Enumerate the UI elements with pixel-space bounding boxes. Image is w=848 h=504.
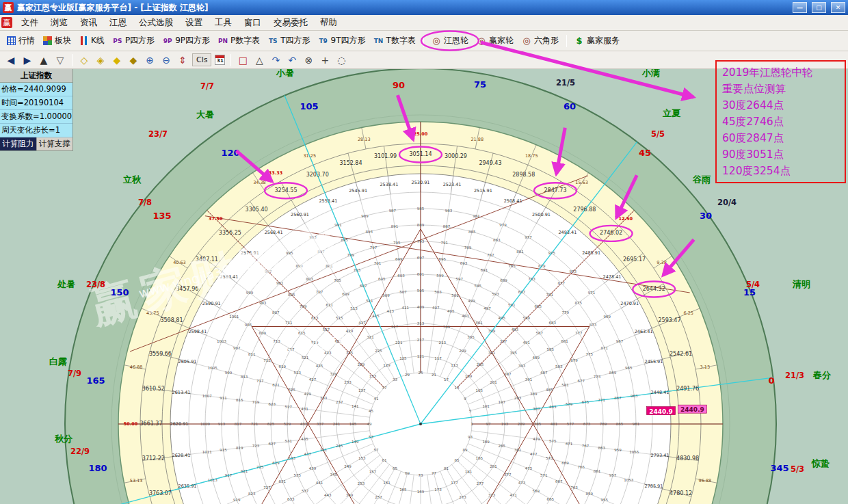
svg-text:877: 877 [558, 281, 566, 285]
svg-text:313: 313 [417, 321, 425, 326]
date-label: 7/8 [138, 198, 152, 207]
badge-icon-t9: T9 [319, 36, 328, 45]
svg-text:341: 341 [320, 448, 328, 452]
svg-text:1011: 1011 [202, 450, 212, 454]
svg-text:2898.58: 2898.58 [512, 172, 535, 178]
filter-icon[interactable]: ▽ [53, 53, 68, 67]
svg-text:689: 689 [500, 278, 507, 282]
svg-text:791: 791 [441, 241, 449, 245]
toolbar-button-kline[interactable]: K线 [75, 33, 109, 49]
svg-text:707: 707 [316, 290, 323, 294]
svg-text:393: 393 [518, 364, 526, 368]
toolbar-button-winner-service[interactable]: $赢家服务 [570, 33, 624, 49]
svg-text:25: 25 [419, 371, 423, 375]
svg-text:85: 85 [455, 458, 460, 462]
svg-text:285: 285 [499, 444, 506, 448]
calc-resistance-button[interactable]: 计算阻力 [0, 137, 36, 150]
toolbar-button-t-table[interactable]: TNT数字表 [370, 33, 420, 49]
svg-text:523: 523 [294, 371, 302, 375]
svg-text:491: 491 [522, 341, 530, 345]
svg-text:495: 495 [498, 316, 505, 320]
diamond-filled-icon[interactable]: ◆ [109, 53, 124, 67]
pointer-icon[interactable]: ▲ [36, 53, 51, 67]
diamond-outline-icon[interactable]: ◇ [77, 53, 92, 67]
svg-text:483: 483 [549, 405, 557, 409]
svg-text:29: 29 [405, 373, 410, 377]
menu-item-news[interactable]: 资讯 [74, 16, 103, 30]
back-icon[interactable]: ◀ [3, 53, 18, 67]
diamond-plus-icon[interactable]: ◆ [126, 53, 141, 67]
menu-item-file[interactable]: 文件 [15, 16, 44, 30]
maximize-button[interactable]: □ [812, 2, 826, 13]
calendar-icon[interactable]: 31 [215, 55, 225, 65]
svg-text:37.50: 37.50 [209, 216, 223, 222]
menu-item-tools[interactable]: 工具 [209, 16, 238, 30]
cls-button[interactable]: Cls [192, 53, 211, 66]
svg-text:795: 795 [393, 241, 401, 245]
menu-item-trade[interactable]: 交易委托 [267, 16, 314, 30]
svg-text:273: 273 [459, 495, 466, 499]
toolbar-button-9p-square[interactable]: 9P9P四方形 [159, 33, 214, 49]
svg-text:9: 9 [464, 397, 466, 401]
rotate-cw-icon[interactable]: ↷ [268, 53, 283, 67]
circle-cross-icon[interactable]: ⊗ [301, 53, 316, 67]
svg-text:395: 395 [509, 351, 517, 355]
zoom-in-icon[interactable]: ⊕ [142, 53, 157, 67]
date-label: 7/7 [200, 81, 214, 91]
toolbar-button-hexagon[interactable]: ◎六角形 [518, 33, 563, 49]
svg-text:2515.91: 2515.91 [474, 188, 492, 194]
app-icon: 赢 [3, 2, 14, 13]
annotation-line: 45度2746点 [722, 114, 839, 130]
svg-text:765: 765 [577, 465, 585, 469]
menu-item-gann[interactable]: 江恩 [103, 16, 133, 30]
rect-tool-icon[interactable]: □ [235, 53, 250, 67]
menu-item-help[interactable]: 帮助 [314, 16, 343, 30]
minimize-button[interactable]: — [793, 2, 807, 13]
svg-text:2545.91: 2545.91 [349, 188, 367, 194]
svg-text:405: 405 [447, 309, 455, 313]
degree-label: 135 [153, 211, 171, 221]
toolbar-button-winner-wheel[interactable]: ◎赢家轮 [473, 33, 518, 49]
svg-text:977: 977 [525, 235, 532, 239]
measure-icon[interactable]: ⇕ [175, 53, 190, 67]
degree-label: 75 [474, 79, 486, 90]
svg-text:50.00: 50.00 [124, 421, 138, 427]
svg-text:2796.88: 2796.88 [573, 207, 596, 213]
toolbar-button-quotes[interactable]: 行情 [3, 33, 39, 49]
toolbar-button-p-table[interactable]: PNP数字表 [214, 33, 264, 49]
svg-text:773: 773 [594, 375, 601, 379]
svg-text:49: 49 [367, 422, 372, 426]
svg-text:387: 387 [533, 407, 540, 411]
svg-text:321: 321 [367, 335, 374, 339]
svg-text:869: 869 [609, 371, 617, 375]
toolbar-button-sectors[interactable]: 板块 [39, 33, 75, 49]
toolbar-button-p-square[interactable]: PSP四方形 [109, 33, 159, 49]
svg-text:471: 471 [509, 493, 517, 497]
degree-label: 150 [110, 287, 129, 297]
calc-support-button[interactable]: 计算支撑 [36, 137, 73, 150]
svg-text:919: 919 [233, 498, 241, 502]
svg-text:775: 775 [585, 352, 593, 356]
svg-text:69: 69 [405, 471, 410, 475]
toolbar-button-gann-wheel[interactable]: ◎江恩轮 [427, 33, 473, 49]
menu-item-browse[interactable]: 浏览 [44, 16, 74, 30]
svg-text:955: 955 [601, 498, 609, 502]
svg-text:407: 407 [432, 306, 440, 310]
toolbar-button-t-square[interactable]: TST四方形 [264, 33, 314, 49]
forward-icon[interactable]: ▶ [20, 53, 35, 67]
svg-text:391: 391 [525, 377, 533, 382]
close-button[interactable]: ✕ [831, 2, 845, 13]
crosshair-icon[interactable]: + [317, 53, 332, 67]
svg-text:713: 713 [273, 339, 280, 343]
rotate-ccw-icon[interactable]: ↶ [284, 53, 300, 67]
menu-item-settings[interactable]: 设置 [179, 16, 209, 30]
zoom-out-icon[interactable]: ⊖ [159, 53, 174, 67]
toolbar-button-9t-square[interactable]: T99T四方形 [315, 33, 370, 49]
triangle-tool-icon[interactable]: △ [252, 53, 267, 67]
menu-item-formula-pick[interactable]: 公式选股 [133, 16, 179, 30]
svg-text:1005: 1005 [208, 366, 217, 370]
svg-text:725: 725 [256, 465, 264, 469]
menu-item-window[interactable]: 窗口 [238, 16, 267, 30]
diamond-half-icon[interactable]: ◈ [93, 53, 108, 67]
lasso-icon[interactable]: ◌ [334, 53, 349, 67]
